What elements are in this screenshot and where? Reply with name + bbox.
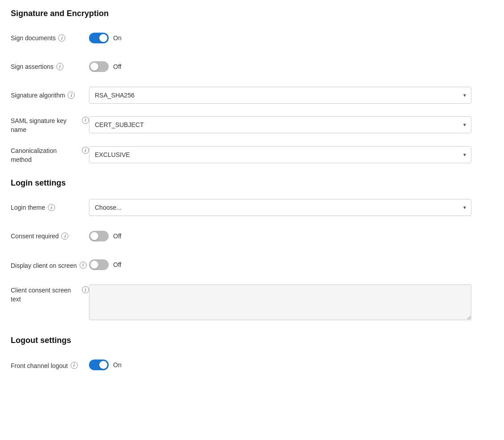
- client-consent-screen-text-control: [89, 284, 471, 322]
- login-theme-label: Login theme i: [11, 203, 89, 212]
- signature-algorithm-row: Signature algorithm i RSA_SHA256 RSA_SHA…: [11, 86, 493, 104]
- sign-assertions-label: Sign assertions i: [11, 63, 89, 71]
- sign-documents-state-label: On: [113, 34, 122, 42]
- saml-signature-key-name-control: CERT_SUBJECT KEY_ID NONE ▾: [89, 116, 471, 133]
- display-client-on-screen-label: Display client on screen i: [11, 260, 89, 271]
- sign-documents-row: Sign documents i On: [11, 29, 493, 47]
- consent-required-toggle-wrapper: Off: [89, 231, 471, 241]
- display-client-on-screen-toggle[interactable]: [89, 259, 109, 270]
- sign-assertions-row: Sign assertions i Off: [11, 58, 493, 76]
- signature-algorithm-control: RSA_SHA256 RSA_SHA384 RSA_SHA512 ▾: [89, 87, 471, 104]
- saml-signature-key-name-help-icon[interactable]: i: [82, 117, 89, 124]
- display-client-on-screen-toggle-wrapper: Off: [89, 259, 471, 270]
- sign-assertions-toggle-wrapper: Off: [89, 61, 471, 72]
- front-channel-logout-toggle[interactable]: [89, 360, 109, 370]
- sign-documents-control: On: [89, 33, 471, 43]
- front-channel-logout-control: On: [89, 360, 471, 370]
- consent-required-help-icon[interactable]: i: [61, 233, 68, 240]
- display-client-on-screen-help-icon[interactable]: i: [80, 262, 87, 269]
- sign-assertions-control: Off: [89, 61, 471, 72]
- login-theme-help-icon[interactable]: i: [48, 204, 55, 211]
- login-theme-control: Choose... ▾: [89, 199, 471, 216]
- client-consent-screen-text-row: Client consent screen text i: [11, 284, 493, 322]
- sign-documents-toggle-wrapper: On: [89, 33, 471, 43]
- client-consent-screen-text-help-icon[interactable]: i: [82, 286, 89, 293]
- logout-section-title: Logout settings: [11, 336, 493, 345]
- signature-algorithm-select[interactable]: RSA_SHA256 RSA_SHA384 RSA_SHA512: [89, 87, 471, 104]
- sign-documents-toggle[interactable]: [89, 33, 109, 43]
- display-client-on-screen-row: Display client on screen i Off: [11, 256, 493, 274]
- signature-algorithm-select-wrapper: RSA_SHA256 RSA_SHA384 RSA_SHA512 ▾: [89, 87, 471, 104]
- login-theme-select[interactable]: Choose...: [89, 199, 471, 216]
- sign-assertions-toggle[interactable]: [89, 61, 109, 72]
- consent-required-state-label: Off: [113, 233, 121, 240]
- signature-algorithm-label: Signature algorithm i: [11, 91, 89, 99]
- sign-documents-toggle-thumb: [99, 34, 107, 42]
- login-section-title: Login settings: [11, 178, 493, 188]
- front-channel-logout-toggle-wrapper: On: [89, 360, 471, 370]
- sign-assertions-help-icon[interactable]: i: [56, 63, 64, 70]
- front-channel-logout-state-label: On: [113, 361, 122, 368]
- client-consent-screen-text-textarea[interactable]: [89, 284, 471, 320]
- sign-documents-label: Sign documents i: [11, 34, 89, 42]
- sign-assertions-state-label: Off: [113, 63, 121, 70]
- canonicalization-method-select-wrapper: EXCLUSIVE EXCLUSIVE_WITH_COMMENTS INCLUS…: [89, 146, 471, 163]
- signature-algorithm-help-icon[interactable]: i: [68, 92, 75, 99]
- consent-required-control: Off: [89, 231, 471, 241]
- sign-documents-help-icon[interactable]: i: [58, 34, 65, 42]
- saml-signature-key-name-row: SAML signature key name i CERT_SUBJECT K…: [11, 115, 493, 134]
- display-client-on-screen-state-label: Off: [113, 261, 121, 268]
- saml-signature-key-name-select[interactable]: CERT_SUBJECT KEY_ID NONE: [89, 116, 471, 133]
- login-theme-select-wrapper: Choose... ▾: [89, 199, 471, 216]
- front-channel-logout-help-icon[interactable]: i: [71, 362, 78, 369]
- signature-section-title: Signature and Encryption: [11, 9, 493, 18]
- saml-signature-key-name-label: SAML signature key name i: [11, 115, 89, 134]
- login-theme-row: Login theme i Choose... ▾: [11, 199, 493, 216]
- saml-signature-key-name-select-wrapper: CERT_SUBJECT KEY_ID NONE ▾: [89, 116, 471, 133]
- front-channel-logout-row: Front channel logout i On: [11, 356, 493, 374]
- sign-assertions-toggle-thumb: [90, 63, 98, 71]
- canonicalization-method-help-icon[interactable]: i: [82, 147, 89, 154]
- canonicalization-method-control: EXCLUSIVE EXCLUSIVE_WITH_COMMENTS INCLUS…: [89, 146, 471, 163]
- consent-required-row: Consent required i Off: [11, 227, 493, 245]
- front-channel-logout-label: Front channel logout i: [11, 360, 89, 371]
- consent-required-toggle[interactable]: [89, 231, 109, 241]
- consent-required-label: Consent required i: [11, 232, 89, 240]
- canonicalization-method-select[interactable]: EXCLUSIVE EXCLUSIVE_WITH_COMMENTS INCLUS…: [89, 146, 471, 163]
- canonicalization-method-label: Canonicalization method i: [11, 145, 89, 164]
- canonicalization-method-row: Canonicalization method i EXCLUSIVE EXCL…: [11, 145, 493, 164]
- client-consent-screen-text-label: Client consent screen text i: [11, 284, 89, 304]
- display-client-on-screen-control: Off: [89, 259, 471, 270]
